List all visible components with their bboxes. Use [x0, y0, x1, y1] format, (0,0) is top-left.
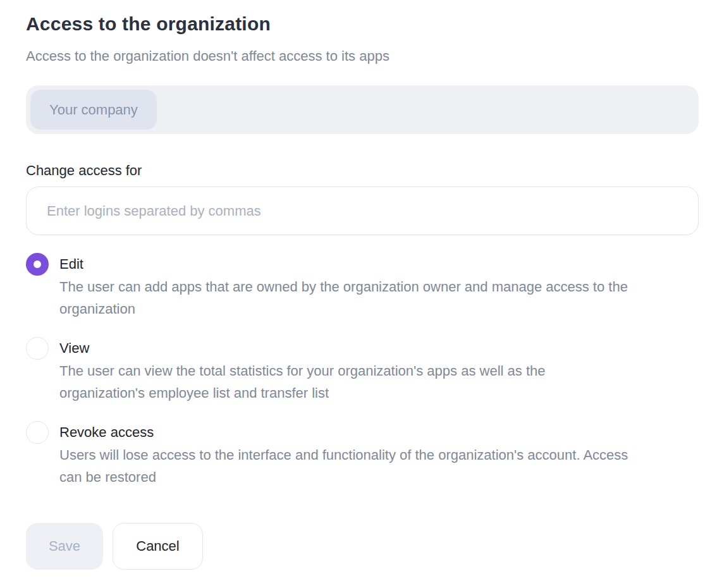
option-description-view: The user can view the total statistics f… [59, 360, 628, 404]
cancel-button[interactable]: Cancel [113, 523, 203, 570]
access-option-edit: Edit The user can add apps that are owne… [26, 253, 699, 320]
access-option-view: View The user can view the total statist… [26, 337, 699, 404]
radio-view[interactable] [26, 337, 49, 360]
radio-edit[interactable] [26, 253, 49, 276]
save-button[interactable]: Save [26, 523, 103, 570]
logins-input[interactable] [26, 187, 699, 235]
change-access-label: Change access for [26, 162, 699, 179]
option-label-revoke-access[interactable]: Revoke access [59, 421, 651, 444]
option-description-revoke-access: Users will lose access to the interface … [59, 444, 651, 488]
organization-field: Your company [26, 85, 699, 134]
option-description-edit: The user can add apps that are owned by … [59, 276, 660, 320]
page-subtitle: Access to the organization doesn't affec… [26, 47, 699, 64]
form-actions: Save Cancel [26, 523, 699, 570]
option-text: Revoke access Users will lose access to … [59, 421, 651, 488]
option-text: Edit The user can add apps that are owne… [59, 253, 660, 320]
access-level-radio-group: Edit The user can add apps that are owne… [26, 253, 699, 488]
radio-revoke-access[interactable] [26, 421, 49, 444]
page-title: Access to the organization [26, 10, 699, 38]
access-settings-panel: Access to the organization Access to the… [0, 0, 717, 570]
organization-chip: Your company [30, 90, 157, 130]
access-option-revoke: Revoke access Users will lose access to … [26, 421, 699, 488]
option-text: View The user can view the total statist… [59, 337, 628, 404]
option-label-edit[interactable]: Edit [59, 253, 660, 276]
option-label-view[interactable]: View [59, 337, 628, 360]
